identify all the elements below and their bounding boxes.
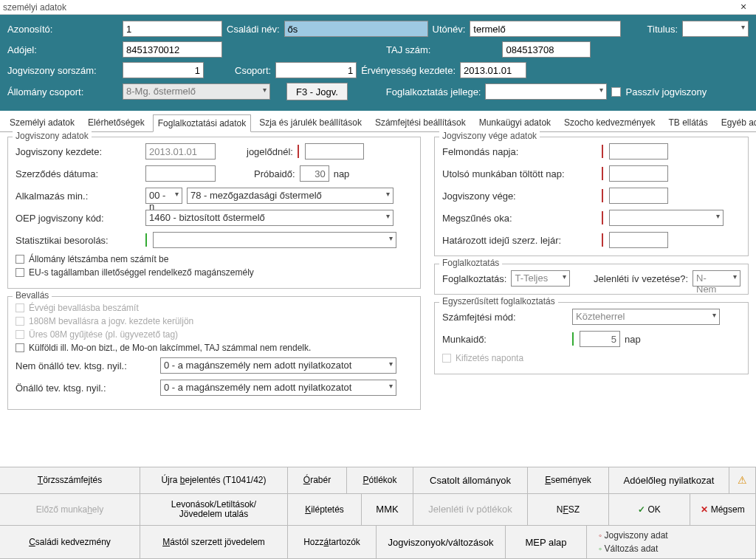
checkbox-eu-tagallam[interactable] — [16, 268, 24, 277]
btn-jelenleti-potlekok: Jelenléti ív pótlékok — [413, 494, 528, 526]
label-jogvege: Jogviszony vége: — [442, 191, 597, 202]
label-on: Önálló tev. ktsg. nyil.: — [16, 383, 156, 394]
label-oep: OEP jogviszony kód: — [16, 213, 141, 224]
btn-hozzatartozok[interactable]: Hozzátartozók — [288, 526, 377, 559]
input-probaido[interactable] — [300, 165, 329, 182]
input-utolso[interactable] — [609, 165, 668, 182]
tab-szja[interactable]: Szja és járulék beállítások — [254, 114, 367, 131]
dot-green-icon: ◦ — [599, 543, 602, 554]
input-jogelodnel[interactable] — [305, 143, 364, 160]
group-foglalkoztatas: Foglalkoztatás Foglalkoztatás: T-Teljes … — [434, 264, 749, 295]
label-probaido: Próbaidő: — [254, 168, 295, 179]
bottom-bar: Törzsszámfejtés Újra bejelentés (T1041/4… — [0, 467, 756, 559]
dot-red-icon: ◦ — [599, 530, 602, 541]
select-stat[interactable] — [153, 232, 396, 248]
input-csaladi[interactable] — [284, 21, 428, 37]
tab-szemelyi[interactable]: Személyi adatok — [4, 114, 80, 131]
btn-mastol[interactable]: Mástól szerzett jövedelem — [140, 526, 288, 559]
btn-ujra-bejelentes[interactable]: Újra bejelentés (T1041/42) — [140, 467, 288, 494]
input-kezdet[interactable] — [145, 143, 216, 160]
btn-potlekok[interactable]: Pótlékok — [347, 467, 413, 494]
select-titulus[interactable] — [682, 21, 749, 37]
btn-elozo: Előző munkahely — [0, 494, 140, 526]
label-csaladi: Családi név: — [227, 24, 280, 35]
warning-icon: ⚠ — [738, 474, 747, 486]
input-csoport[interactable] — [275, 62, 357, 78]
select-nemon[interactable]: 0 - a magánszemély nem adott nyilatkozat… — [160, 357, 396, 374]
label-ures08m: Üres 08M gyűjtése (pl. ügyvezető tag) — [29, 329, 178, 340]
checkbox-ures08m — [16, 330, 24, 339]
tab-foglalkoztatasi[interactable]: Foglalkoztatási adatok — [153, 114, 251, 132]
label-valtozas-adat: Változás adat — [605, 543, 659, 554]
checkbox-kifizetes — [442, 354, 451, 363]
input-adojel[interactable] — [123, 41, 222, 58]
label-nap2: nap — [625, 334, 641, 345]
checkbox-allomany-letszam[interactable] — [16, 255, 24, 264]
label-jogvsorszam: Jogviszony sorszám: — [7, 65, 118, 76]
input-jogvsorszam[interactable] — [123, 62, 204, 78]
btn-adoeloleg[interactable]: Adóelőleg nyilatkozat — [609, 467, 729, 494]
input-munkaido[interactable] — [580, 331, 620, 347]
btn-ok[interactable]: ✓ OK — [609, 494, 690, 526]
btn-levonasok[interactable]: Levonások/Letiltások/Jövedelem utalás — [140, 494, 288, 526]
btn-megsem[interactable]: ✕ Mégsem — [690, 494, 756, 526]
btn-mepalap[interactable]: MEP alap — [506, 526, 587, 559]
btn-mmk[interactable]: MMK — [362, 494, 413, 526]
select-jelenleti[interactable]: N-Nem — [693, 270, 740, 287]
btn-csaladi-kedv[interactable]: Családi kedvezmény — [0, 526, 140, 559]
tab-szamfejtesi[interactable]: Számfejtési beállítások — [370, 114, 471, 131]
select-alkmin-a[interactable]: 00 - n — [145, 188, 182, 204]
label-eu-tagallam: EU-s tagállamban illetőséggel rendelkező… — [29, 267, 254, 278]
btn-torzsszamfejtes[interactable]: Törzsszámfejtés — [0, 467, 140, 494]
input-ervkezdete[interactable] — [460, 62, 526, 78]
btn-nfsz[interactable]: NFSZ — [528, 494, 609, 526]
btn-warning-icon[interactable]: ⚠ — [729, 467, 756, 494]
checkbox-passziv[interactable] — [611, 87, 621, 97]
input-szerzodes[interactable] — [145, 165, 216, 182]
window-title: személyi adatok — [3, 2, 734, 13]
label-felmondas: Felmondás napja: — [442, 146, 597, 157]
select-oep[interactable]: 1460 - biztosított őstermelő — [145, 210, 394, 226]
tab-elerhetosegek[interactable]: Elérhetőségek — [83, 114, 150, 131]
select-fogl[interactable]: T-Teljes — [511, 270, 570, 287]
btn-kileptetes[interactable]: Kiléptetés — [288, 494, 362, 526]
tab-egyeb[interactable]: Egyéb adatok — [716, 114, 756, 131]
input-felmondas[interactable] — [609, 143, 668, 160]
input-hataroz[interactable] — [609, 232, 668, 248]
label-kifizetes: Kifizetés naponta — [456, 353, 523, 363]
close-icon[interactable]: × — [734, 1, 753, 14]
btn-esemenyek[interactable]: Események — [528, 467, 609, 494]
select-szamfmod[interactable]: Közteherrel — [572, 309, 720, 325]
input-jogvege[interactable] — [609, 188, 668, 204]
label-passziv: Passzív jogviszony — [625, 86, 707, 97]
label-stat: Statisztikai besorolás: — [16, 235, 141, 246]
divider-red — [602, 167, 603, 180]
legend-jogv-vege: Jogviszony vége adatok — [439, 131, 540, 141]
checkbox-kulfoldi[interactable] — [16, 343, 24, 352]
label-allomany: Állomány csoport: — [7, 86, 118, 97]
tab-munkaugyi[interactable]: Munkaügyi adatok — [474, 114, 556, 131]
input-azonosito[interactable] — [123, 21, 222, 37]
input-utonev[interactable] — [470, 21, 621, 37]
legend-egyszerusitett: Egyszerűsített foglalkoztatás — [439, 296, 558, 306]
btn-oraber[interactable]: Órabér — [288, 467, 347, 494]
tab-szocho[interactable]: Szocho kedvezmények — [559, 114, 660, 131]
btn-f3-jogv[interactable]: F3 - Jogv. — [286, 83, 348, 100]
select-allomany[interactable]: 8-Mg. őstermelő — [123, 83, 270, 100]
input-taj[interactable] — [502, 41, 591, 58]
label-titulus: Titulus: — [647, 24, 678, 35]
btn-csatolt[interactable]: Csatolt állományok — [413, 467, 528, 494]
label-azonosito: Azonosító: — [7, 24, 118, 35]
label-szerzodes: Szerződés dátuma: — [16, 168, 141, 179]
tabs: Személyi adatok Elérhetőségek Foglalkozt… — [0, 111, 756, 132]
label-megszunes: Megszűnés oka: — [442, 213, 597, 224]
select-fogljellege[interactable] — [485, 83, 607, 100]
label-alkmin: Alkalmazás min.: — [16, 191, 141, 202]
btn-jogvaltozasok[interactable]: Jogviszonyok/változások — [377, 526, 506, 559]
tab-tbellatas[interactable]: TB ellátás — [663, 114, 712, 131]
label-hataroz: Határozott idejű szerz. lejár: — [442, 235, 597, 246]
divider-red — [298, 145, 299, 158]
select-alkmin-b[interactable]: 78 - mezőgazdasági őstermelő — [187, 188, 394, 204]
select-megszunes[interactable] — [609, 210, 724, 226]
select-on[interactable]: 0 - a magánszemély nem adott nyilatkozat… — [160, 380, 396, 396]
